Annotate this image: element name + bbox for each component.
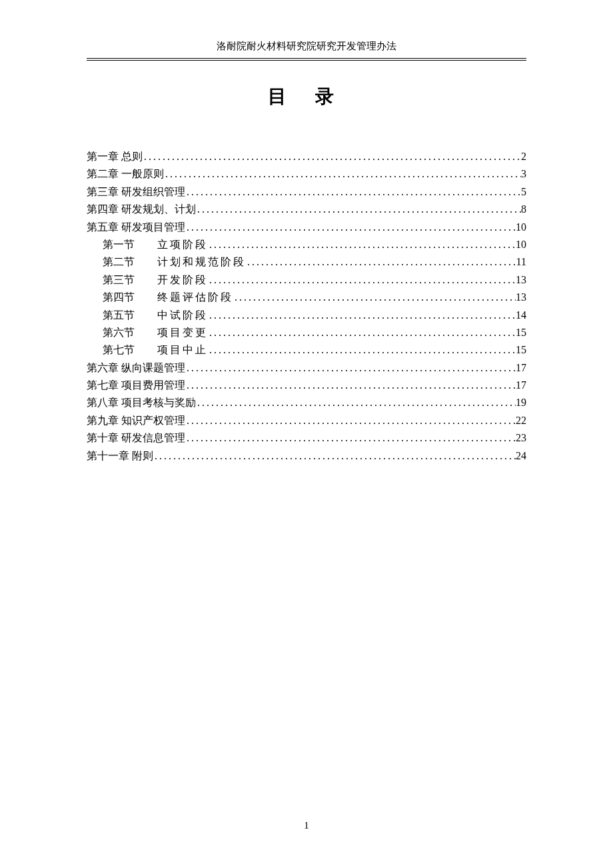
toc-chapter-label: 第三章 研发组织管理 <box>87 183 185 201</box>
toc-leader <box>208 236 516 253</box>
header-rule-top <box>87 58 526 59</box>
toc-section-text: 开发阶段 <box>157 271 208 289</box>
toc-leader <box>246 253 516 271</box>
toc-section-text: 中试阶段 <box>157 307 208 324</box>
toc-section-text: 项目中止 <box>157 341 208 359</box>
toc-leader <box>164 165 521 183</box>
toc-page-number: 17 <box>516 359 526 377</box>
toc-page-number: 3 <box>521 165 526 183</box>
toc-section-label: 第三节 <box>103 271 157 289</box>
toc-entry: 第六章 纵向课题管理 17 <box>87 359 526 377</box>
toc-leader <box>185 183 521 201</box>
toc-entry: 第四章 研发规划、计划 8 <box>87 201 526 218</box>
toc-section-text: 终题评估阶段 <box>157 289 233 306</box>
toc-chapter-label: 第十章 研发信息管理 <box>87 429 185 447</box>
toc-subentry: 第六节 项目变更 15 <box>87 324 526 341</box>
toc-section-text: 计划和规范阶段 <box>157 253 246 271</box>
toc-page-number: 19 <box>516 394 526 411</box>
toc-page-number: 15 <box>516 341 526 359</box>
toc-section-label: 第四节 <box>103 289 157 306</box>
document-page: 洛耐院耐火材料研究院研究开发管理办法 目 录 第一章 总则 2 第二章 一般原则… <box>0 0 613 465</box>
toc-entry: 第一章 总则 2 <box>87 148 526 165</box>
page-footer-number: 1 <box>0 820 613 831</box>
toc-chapter-label: 第七章 项目费用管理 <box>87 377 185 394</box>
toc-page-number: 13 <box>516 271 526 289</box>
toc-page-number: 23 <box>516 429 526 447</box>
toc-entry: 第十章 研发信息管理 23 <box>87 429 526 447</box>
toc-entry: 第二章 一般原则 3 <box>87 165 526 183</box>
toc-page-number: 5 <box>521 183 526 201</box>
toc-entry: 第八章 项目考核与奖励 19 <box>87 394 526 411</box>
toc-subentry: 第三节 开发阶段 13 <box>87 271 526 289</box>
toc-page-number: 22 <box>516 412 526 429</box>
table-of-contents: 第一章 总则 2 第二章 一般原则 3 第三章 研发组织管理 5 第四章 研发规… <box>87 148 526 465</box>
toc-page-number: 13 <box>516 289 526 306</box>
toc-section-label: 第一节 <box>103 236 157 253</box>
toc-subentry: 第七节 项目中止 15 <box>87 341 526 359</box>
toc-chapter-label: 第八章 项目考核与奖励 <box>87 394 196 411</box>
toc-page-number: 17 <box>516 377 526 394</box>
toc-leader <box>185 359 516 377</box>
toc-page-number: 11 <box>516 253 526 271</box>
toc-page-number: 24 <box>516 447 526 465</box>
toc-leader <box>208 341 516 359</box>
toc-leader <box>196 394 516 411</box>
toc-leader <box>185 412 516 429</box>
toc-leader <box>185 429 516 447</box>
toc-chapter-label: 第六章 纵向课题管理 <box>87 359 185 377</box>
toc-entry: 第五章 研发项目管理 10 <box>87 219 526 236</box>
toc-section-text: 立项阶段 <box>157 236 208 253</box>
toc-leader <box>233 289 516 306</box>
toc-leader <box>185 219 516 236</box>
toc-leader <box>143 148 521 165</box>
toc-chapter-label: 第二章 一般原则 <box>87 165 164 183</box>
toc-leader <box>208 271 516 289</box>
toc-page-number: 10 <box>516 219 526 236</box>
toc-leader <box>208 307 516 324</box>
toc-chapter-label: 第五章 研发项目管理 <box>87 219 185 236</box>
toc-section-label: 第六节 <box>103 324 157 341</box>
toc-leader <box>196 201 521 218</box>
toc-page-number: 15 <box>516 324 526 341</box>
toc-section-text: 项目变更 <box>157 324 208 341</box>
toc-page-number: 2 <box>521 148 526 165</box>
toc-section-label: 第七节 <box>103 341 157 359</box>
toc-leader <box>208 324 516 341</box>
toc-subentry: 第四节 终题评估阶段 13 <box>87 289 526 306</box>
toc-entry: 第三章 研发组织管理 5 <box>87 183 526 201</box>
toc-entry: 第十一章 附则 24 <box>87 447 526 465</box>
toc-page-number: 8 <box>521 201 526 218</box>
toc-chapter-label: 第十一章 附则 <box>87 447 153 465</box>
toc-subentry: 第一节 立项阶段 10 <box>87 236 526 253</box>
toc-subentry: 第五节 中试阶段 14 <box>87 307 526 324</box>
toc-leader <box>185 377 516 394</box>
toc-page-number: 10 <box>516 236 526 253</box>
toc-title: 目 录 <box>87 84 526 109</box>
toc-entry: 第九章 知识产权管理 22 <box>87 412 526 429</box>
toc-chapter-label: 第九章 知识产权管理 <box>87 412 185 429</box>
page-header: 洛耐院耐火材料研究院研究开发管理办法 <box>87 40 526 57</box>
toc-subentry: 第二节 计划和规范阶段 11 <box>87 253 526 271</box>
toc-page-number: 14 <box>516 307 526 324</box>
toc-chapter-label: 第一章 总则 <box>87 148 143 165</box>
toc-section-label: 第五节 <box>103 307 157 324</box>
toc-chapter-label: 第四章 研发规划、计划 <box>87 201 196 218</box>
toc-leader <box>153 447 516 465</box>
header-rule-bottom <box>87 60 526 61</box>
toc-entry: 第七章 项目费用管理 17 <box>87 377 526 394</box>
toc-section-label: 第二节 <box>103 253 157 271</box>
